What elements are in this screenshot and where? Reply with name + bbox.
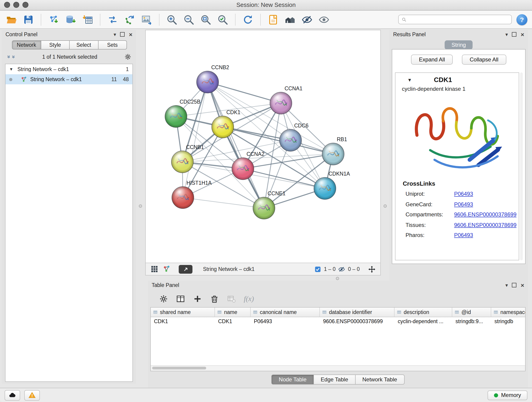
welcome-screen-button[interactable] xyxy=(266,13,280,26)
zoom-out-button[interactable] xyxy=(182,13,196,26)
column-header--id[interactable]: @id xyxy=(452,307,491,317)
zoom-fit-button[interactable] xyxy=(199,13,213,26)
node-CCNE1[interactable] xyxy=(253,197,275,219)
network-options-gear-icon[interactable] xyxy=(124,53,132,61)
node-RB1[interactable] xyxy=(322,143,344,165)
open-in-window-button[interactable] xyxy=(179,265,192,274)
zoom-selected-button[interactable] xyxy=(216,13,230,26)
column-header-shared-name[interactable]: shared name xyxy=(151,307,215,317)
export-image-button[interactable] xyxy=(140,13,153,26)
function-builder-icon[interactable]: f(x) xyxy=(244,295,254,303)
panel-menu-icon[interactable]: ▾ xyxy=(505,283,508,288)
network-view: CCNB2CCNA1CDC25BCDK1CDC6RB1CCNB1CCNA2CDK… xyxy=(145,30,381,275)
tab-network-table[interactable]: Network Table xyxy=(355,375,405,385)
clone-network-button[interactable] xyxy=(123,13,137,26)
panel-menu-icon[interactable]: ▾ xyxy=(114,32,116,37)
open-session-button[interactable] xyxy=(5,13,18,26)
table-settings-gear-icon[interactable] xyxy=(159,294,168,303)
table-horizontal-scrollbar[interactable] xyxy=(151,365,525,371)
crosslink-link[interactable]: P06493 xyxy=(454,200,473,209)
panel-menu-icon[interactable]: ▾ xyxy=(505,32,508,37)
add-column-icon[interactable] xyxy=(193,294,202,303)
panel-close-icon[interactable]: × xyxy=(129,32,133,37)
panel-float-icon[interactable] xyxy=(512,32,517,37)
cloud-button[interactable] xyxy=(5,390,20,400)
table-row[interactable]: CDK1CDK1P064939606.ENSP00000378699cyclin… xyxy=(151,317,525,325)
network-row[interactable]: String Network – cdk1 11 48 xyxy=(6,74,133,84)
node-HIST1H1A[interactable] xyxy=(172,186,194,209)
results-scrollbar[interactable] xyxy=(520,72,523,260)
delete-column-icon[interactable] xyxy=(210,294,219,303)
show-graphics-details-button[interactable] xyxy=(317,13,331,26)
import-network-file-button[interactable] xyxy=(47,13,60,26)
left-splitter-handle[interactable] xyxy=(139,204,142,208)
hidden-eye-icon[interactable] xyxy=(338,266,345,273)
string-network-icon[interactable] xyxy=(163,265,171,273)
help-button[interactable]: ? xyxy=(516,14,527,25)
close-window-button[interactable] xyxy=(4,2,10,8)
expand-all-icon[interactable]: « xyxy=(10,55,16,58)
edge-CDC6-CCNB1[interactable] xyxy=(182,140,291,162)
crosslink-link[interactable]: 9606.ENSP00000378699 xyxy=(454,211,516,219)
node-CDC6[interactable] xyxy=(279,129,302,151)
hide-graphics-details-button[interactable] xyxy=(300,13,314,26)
column-header-description[interactable]: description xyxy=(394,307,452,317)
maximize-window-button[interactable] xyxy=(22,2,28,8)
search-field[interactable] xyxy=(398,15,512,24)
toolbar-separator xyxy=(100,13,100,26)
node-CCNA2[interactable] xyxy=(232,158,254,180)
node-CDK1[interactable] xyxy=(212,116,234,138)
edge-HIST1H1A-CCNE1[interactable] xyxy=(183,198,264,208)
column-header-namespace[interactable]: namespace xyxy=(491,307,526,317)
new-network-button[interactable] xyxy=(106,13,120,26)
tab-sets[interactable]: Sets xyxy=(98,40,127,50)
tab-node-table[interactable]: Node Table xyxy=(272,375,314,385)
memory-button[interactable]: Memory xyxy=(487,390,527,400)
bottom-splitter-handle[interactable] xyxy=(336,277,339,280)
tab-string[interactable]: String xyxy=(445,40,473,50)
tab-edge-table[interactable]: Edge Table xyxy=(314,375,355,385)
collection-count: 1 xyxy=(117,66,129,72)
home-view-button[interactable] xyxy=(283,13,297,26)
save-session-button[interactable] xyxy=(22,13,35,26)
node-CCNB2[interactable] xyxy=(196,71,219,93)
search-input[interactable] xyxy=(409,16,509,23)
import-network-database-button[interactable] xyxy=(64,13,77,26)
expand-all-button[interactable]: Expand All xyxy=(411,55,453,65)
network-graph[interactable]: CCNB2CCNA1CDC25BCDK1CDC6RB1CCNB1CCNA2CDK… xyxy=(146,30,380,263)
zoom-in-button[interactable] xyxy=(165,13,179,26)
collapse-all-button[interactable]: Collapse All xyxy=(462,55,506,65)
edge-CCNB2-CCNE1[interactable] xyxy=(208,82,264,208)
selected-checkbox-icon[interactable] xyxy=(314,266,321,273)
crosslink-link[interactable]: 9606.ENSP00000378699 xyxy=(454,221,516,230)
column-header-database-identifier[interactable]: database identifier xyxy=(320,307,394,317)
import-table-file-button[interactable] xyxy=(81,13,94,26)
tab-network[interactable]: Network xyxy=(12,40,41,50)
network-collection-row[interactable]: ▼ String Network – cdk1 1 xyxy=(6,64,133,74)
panel-float-icon[interactable] xyxy=(512,283,517,287)
apply-layout-button[interactable] xyxy=(241,13,255,26)
column-header-canonical-name[interactable]: canonical name xyxy=(251,307,320,317)
collapse-triangle-icon[interactable]: ▼ xyxy=(9,67,15,71)
minimize-window-button[interactable] xyxy=(13,2,19,8)
show-columns-icon[interactable] xyxy=(176,294,185,303)
panel-float-icon[interactable] xyxy=(120,32,125,37)
crosslink-link[interactable]: P06493 xyxy=(454,231,473,240)
tab-style[interactable]: Style xyxy=(41,40,70,50)
panel-close-icon[interactable]: × xyxy=(521,282,524,288)
node-CDKN1A[interactable] xyxy=(314,177,336,199)
warnings-button[interactable] xyxy=(24,390,40,400)
panel-close-icon[interactable]: × xyxy=(521,32,524,37)
collapse-section-icon[interactable]: ▼ xyxy=(407,77,412,82)
node-CCNB1[interactable] xyxy=(171,151,193,173)
scrollbar-thumb[interactable] xyxy=(152,367,206,370)
tab-select[interactable]: Select xyxy=(70,40,98,50)
move-tool-icon[interactable] xyxy=(368,265,376,273)
column-header-name[interactable]: name xyxy=(215,307,251,317)
grid-view-icon[interactable] xyxy=(150,265,158,273)
node-CDC25B[interactable] xyxy=(165,105,187,128)
right-splitter-handle[interactable] xyxy=(384,204,387,208)
crosslink-link[interactable]: P06493 xyxy=(454,190,473,198)
edge-CCNB2-CCNA1[interactable] xyxy=(208,82,281,103)
node-CCNA1[interactable] xyxy=(270,92,292,114)
